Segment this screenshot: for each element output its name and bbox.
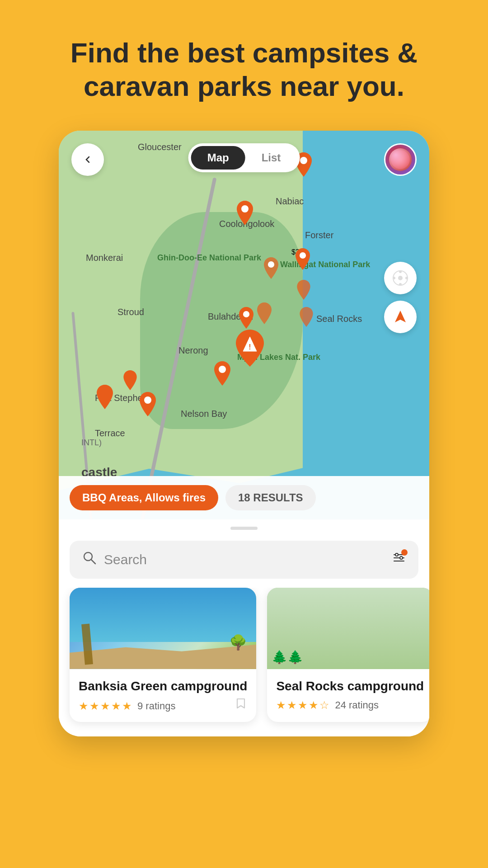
camp-card-rating-seal-rocks: ★★★★☆ 24 ratings [276, 699, 424, 712]
camp-card-body-banksia: Banksia Green campground ★★★★★ 9 ratings [70, 669, 256, 722]
camp-card-rating-banksia: ★★★★★ 9 ratings [79, 699, 247, 713]
camp-card-banksia[interactable]: 🌳 Banksia Green campground ★★★★★ 9 ratin… [70, 588, 256, 722]
svg-point-2 [268, 261, 274, 268]
svg-point-10 [398, 276, 403, 280]
search-icon [82, 551, 97, 569]
svg-point-22 [400, 557, 403, 559]
filter-active-dot [401, 549, 408, 556]
rating-count-seal-rocks: 24 ratings [335, 699, 379, 711]
page-headline: Find the best campsites & caravan parks … [0, 0, 488, 131]
svg-point-12 [399, 283, 402, 286]
svg-point-1 [241, 205, 249, 212]
list-tab[interactable]: List [245, 146, 297, 170]
map-pin-seal-rocks-2[interactable] [298, 307, 314, 329]
results-count: 18 RESULTS [225, 485, 316, 510]
search-placeholder[interactable]: Search [104, 552, 385, 567]
sheet-handle [59, 519, 429, 533]
camp-card-image-seal-rocks: 🌲🌲 [267, 588, 429, 669]
map-label-seal-rocks: Seal Rocks [316, 314, 362, 324]
svg-point-14 [405, 277, 408, 279]
camp-card-title-banksia: Banksia Green campground [79, 678, 247, 694]
map-label-stroud: Stroud [117, 307, 144, 317]
cards-row: 🌳 Banksia Green campground ★★★★★ 9 ratin… [59, 588, 429, 736]
map-area: Gloucester Nabiac Forster Coolongolook M… [59, 131, 429, 519]
compass-button[interactable] [384, 262, 417, 294]
card-beach [70, 642, 256, 669]
svg-point-8 [144, 396, 151, 404]
svg-point-13 [393, 277, 395, 279]
map-label-terrace: Terrace [95, 428, 125, 439]
map-pin-nerong[interactable] [212, 361, 232, 387]
handle-bar [230, 527, 258, 530]
filter-icon-button[interactable] [392, 551, 406, 568]
svg-point-0 [300, 157, 307, 164]
back-button[interactable] [71, 143, 104, 176]
map-pin-seal-rocks-1[interactable] [296, 280, 312, 302]
user-avatar[interactable] [384, 143, 417, 176]
svg-marker-15 [395, 311, 406, 322]
svg-point-3 [300, 252, 306, 259]
map-pin-bulahdelah-1[interactable] [237, 307, 255, 330]
filter-bar: BBQ Areas, Allows fires 18 RESULTS [59, 476, 429, 519]
svg-point-7 [219, 366, 226, 373]
bookmark-button-banksia[interactable] [235, 697, 247, 713]
map-pin-wallingat-2[interactable] [294, 248, 312, 272]
map-pin-port-stephens-3[interactable] [138, 392, 158, 418]
map-pin-wallingat-1[interactable] [262, 257, 280, 281]
svg-point-11 [399, 270, 402, 273]
rating-count-banksia: 9 ratings [137, 700, 175, 712]
card-trees: 🌳 [229, 634, 247, 651]
svg-text:!: ! [249, 343, 251, 351]
bottom-sheet: Search 🌳 [59, 519, 429, 736]
camp-card-seal-rocks[interactable]: 🌲🌲 Seal Rocks campground ★★★★☆ 24 rating… [267, 588, 429, 722]
camp-card-title-seal-rocks: Seal Rocks campground [276, 678, 424, 694]
map-pin-port-stephens-1[interactable] [122, 370, 138, 392]
map-pin-myall-lakes-main[interactable]: ! [234, 330, 266, 368]
map-label-forster: Forster [305, 230, 333, 241]
location-button[interactable] [384, 301, 417, 333]
map-pin-port-stephens-2[interactable] [95, 385, 115, 411]
search-bar[interactable]: Search [70, 541, 418, 579]
svg-point-4 [243, 311, 249, 317]
card-trees-2: 🌲🌲 [272, 650, 303, 665]
camp-card-image-banksia: 🌳 [70, 588, 256, 669]
map-tab[interactable]: Map [191, 146, 245, 170]
map-label-ghin-doo-ee: Ghin-Doo-Ee National Park [157, 253, 221, 263]
svg-line-17 [91, 560, 95, 564]
map-label-monkerai: Monkerai [86, 253, 123, 263]
map-pin-coolongolook[interactable] [235, 201, 255, 227]
map-pin-bulahdelah-2[interactable] [255, 302, 273, 326]
filter-tag[interactable]: BBQ Areas, Allows fires [70, 485, 218, 510]
phone-card: Gloucester Nabiac Forster Coolongolook M… [59, 131, 429, 736]
map-label-castle-ntl: INTL) [81, 438, 102, 448]
stars-banksia: ★★★★★ [79, 700, 133, 712]
stars-seal-rocks: ★★★★☆ [276, 699, 330, 712]
map-label-gloucester: Gloucester [138, 142, 182, 152]
svg-point-21 [395, 553, 398, 556]
map-label-nerong: Nerong [178, 345, 208, 356]
card-water [70, 588, 256, 642]
map-list-toggle: Map List [188, 143, 300, 172]
map-label-nabiac: Nabiac [276, 196, 304, 207]
camp-card-body-seal-rocks: Seal Rocks campground ★★★★☆ 24 ratings [267, 669, 429, 721]
map-label-nelson-bay: Nelson Bay [181, 409, 227, 419]
